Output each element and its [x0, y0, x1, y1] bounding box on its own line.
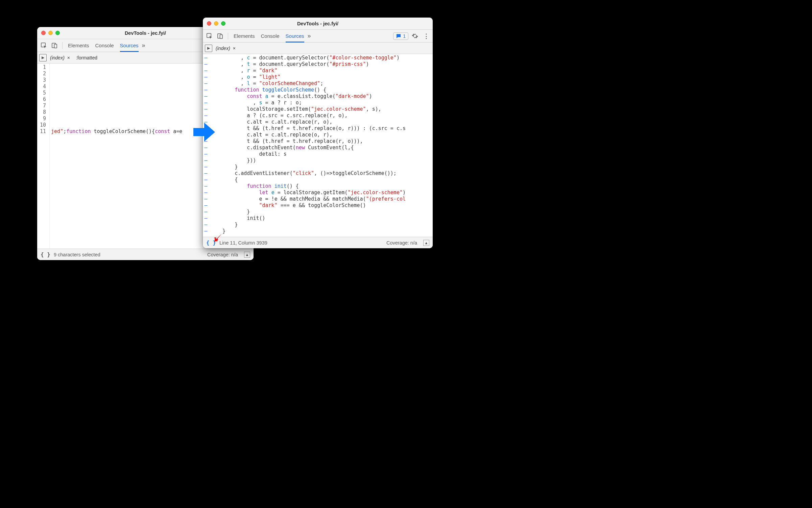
panel-tabs: Elements Console Sources — [234, 30, 304, 42]
close-icon[interactable] — [41, 31, 46, 35]
pretty-print-icon[interactable]: { } — [41, 251, 50, 258]
tab-elements[interactable]: Elements — [234, 30, 255, 42]
inspect-icon[interactable] — [204, 31, 214, 41]
issues-badge[interactable]: 1 — [393, 32, 408, 40]
more-tabs-chevron-icon[interactable]: » — [139, 42, 148, 49]
minimize-icon[interactable] — [48, 31, 53, 35]
close-icon[interactable] — [207, 21, 211, 26]
file-tab-label: (index) — [50, 55, 65, 60]
kebab-menu-icon[interactable]: ⋮ — [421, 31, 431, 41]
code-area[interactable]: jed";function toggleColorScheme(){const … — [50, 63, 182, 249]
close-tab-icon[interactable]: × — [67, 55, 71, 60]
fold-gutter[interactable] — [203, 54, 209, 237]
inspect-icon[interactable] — [39, 41, 49, 51]
navigator-toggle-icon[interactable]: ▶ — [39, 54, 47, 61]
coverage-status: Coverage: n/a — [207, 252, 238, 257]
status-bar: { } 9 characters selected Coverage: n/a … — [37, 249, 254, 260]
window-title: DevTools - jec.fyi/ — [297, 21, 338, 26]
tab-elements[interactable]: Elements — [68, 39, 89, 52]
tab-sources[interactable]: Sources — [120, 39, 139, 52]
file-tab-index[interactable]: (index) × — [48, 54, 73, 62]
scroll-top-icon[interactable]: ▲ — [423, 240, 429, 246]
settings-icon[interactable] — [410, 31, 420, 41]
minimize-icon[interactable] — [214, 21, 218, 26]
status-message: Line 11, Column 3939 — [219, 240, 267, 246]
separator — [62, 42, 63, 49]
tab-console[interactable]: Console — [261, 30, 280, 42]
file-tab-label: :formatted — [76, 55, 97, 60]
issues-count: 1 — [403, 33, 406, 39]
file-tab-bar: ▶ (index) × — [203, 43, 433, 54]
zoom-icon[interactable] — [221, 21, 225, 26]
window-title: DevTools - jec.fyi/ — [125, 30, 166, 36]
window-controls — [207, 21, 225, 26]
more-tabs-chevron-icon[interactable]: » — [305, 32, 314, 40]
file-tab-formatted[interactable]: :formatted — [74, 54, 99, 62]
device-toggle-icon[interactable] — [49, 41, 59, 51]
window-controls — [41, 31, 60, 35]
scroll-top-icon[interactable]: ▲ — [244, 252, 250, 258]
coverage-status: Coverage: n/a — [386, 240, 417, 246]
panel-tabs: Elements Console Sources — [68, 39, 139, 52]
devtools-window-right: DevTools - jec.fyi/ Elements Console Sou… — [203, 18, 433, 248]
titlebar: DevTools - jec.fyi/ — [203, 18, 433, 30]
tab-sources[interactable]: Sources — [286, 30, 304, 43]
file-tab-index[interactable]: (index) × — [214, 44, 238, 52]
code-area[interactable]: , c = document.querySelector("#color-sch… — [209, 54, 406, 237]
zoom-icon[interactable] — [55, 31, 60, 35]
file-tab-label: (index) — [216, 46, 230, 51]
code-editor[interactable]: , c = document.querySelector("#color-sch… — [203, 54, 433, 237]
annotation-arrow-blue — [192, 120, 216, 144]
device-toggle-icon[interactable] — [215, 31, 225, 41]
status-message: 9 characters selected — [54, 252, 100, 257]
separator — [228, 33, 228, 40]
close-tab-icon[interactable]: × — [232, 46, 236, 51]
main-toolbar: Elements Console Sources » 1 ⋮ — [203, 30, 433, 43]
line-gutter: 1234567891011 — [37, 63, 50, 249]
svg-rect-5 — [220, 35, 222, 39]
tab-console[interactable]: Console — [95, 39, 114, 52]
navigator-toggle-icon[interactable]: ▶ — [205, 45, 212, 52]
annotation-arrow-red — [213, 232, 224, 243]
status-bar: { } Line 11, Column 3939 Coverage: n/a ▲ — [203, 237, 433, 248]
svg-rect-2 — [54, 44, 57, 48]
